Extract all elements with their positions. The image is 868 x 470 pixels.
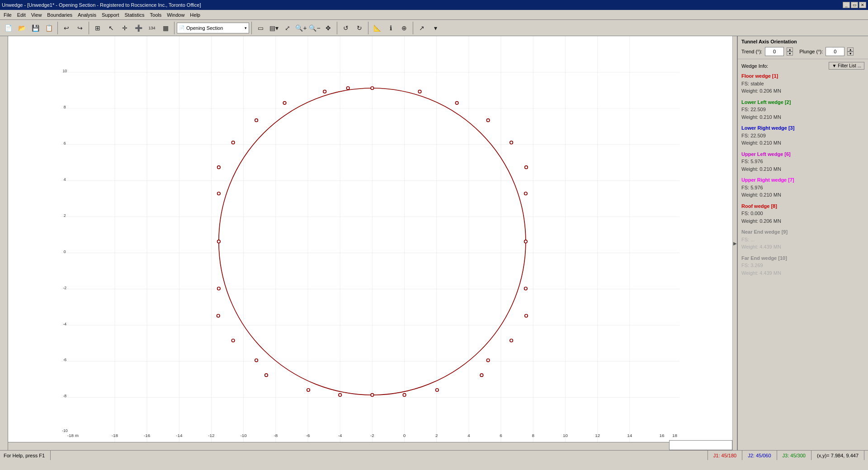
sep6 — [368, 22, 368, 34]
canvas-area[interactable]: -18 -16 -14 -12 -10 -8 -6 -4 -2 0 2 4 6 … — [0, 36, 732, 450]
plunge-input[interactable] — [826, 47, 844, 56]
plunge-down-btn[interactable]: ▼ — [847, 52, 854, 56]
menu-edit[interactable]: Edit — [14, 11, 28, 19]
j2-status: J2: 45/060 — [742, 451, 777, 460]
trend-input[interactable] — [765, 47, 784, 56]
export-btn[interactable]: ⊕ — [398, 22, 410, 34]
svg-point-57 — [283, 102, 286, 105]
view-type-btn[interactable]: ▭ — [254, 22, 267, 34]
title-bar-controls[interactable]: _ ▭ ✕ — [843, 2, 866, 8]
zoom-out-btn[interactable]: 🔍− — [308, 22, 321, 34]
j3-status: J3: 45/300 — [777, 451, 811, 460]
pan-btn[interactable]: ✥ — [322, 22, 335, 34]
plunge-up-btn[interactable]: ▲ — [847, 47, 854, 52]
wedge-entry-2[interactable]: Lower Right wedge [3] FS: 22.509 Weight:… — [741, 124, 864, 147]
svg-text:-18 m: -18 m — [67, 433, 79, 438]
wedge-fs-0: FS: stable — [741, 80, 864, 88]
svg-text:-2: -2 — [63, 286, 66, 290]
svg-point-55 — [231, 141, 235, 144]
svg-text:-2: -2 — [370, 433, 374, 438]
wedge-fs-6: FS: ... — [741, 236, 864, 244]
filter-list-btn[interactable]: ▼ Filter List ... — [829, 62, 864, 70]
svg-text:-4: -4 — [338, 433, 342, 438]
svg-point-40 — [486, 359, 490, 362]
menu-statistics[interactable]: Statistics — [122, 11, 147, 19]
wedge-entry-0[interactable]: Floor wedge [1] FS: stable Weight: 0.206… — [741, 72, 864, 95]
menu-file[interactable]: File — [1, 11, 14, 19]
svg-point-51 — [217, 287, 221, 290]
add-btn[interactable]: ➕ — [132, 22, 145, 34]
wedge-info-section: Wedge Info: ▼ Filter List ... Floor wedg… — [738, 59, 868, 450]
measure-btn[interactable]: 📐 — [371, 22, 383, 34]
rotate-left-btn[interactable]: ↺ — [340, 22, 352, 34]
menu-boundaries[interactable]: Boundaries — [44, 11, 75, 19]
rotate-right-btn[interactable]: ↻ — [353, 22, 366, 34]
menu-support[interactable]: Support — [99, 11, 122, 19]
trend-down-btn[interactable]: ▼ — [787, 52, 793, 56]
undo-btn[interactable]: ↩ — [60, 22, 73, 34]
collapse-handle[interactable]: ▶ — [732, 36, 737, 450]
wedge-entry-3[interactable]: Upper Left wedge [6] FS: 5.976 Weight: 0… — [741, 150, 864, 173]
open-btn[interactable]: 📂 — [15, 22, 28, 34]
ruler-left — [0, 36, 8, 450]
trend-spinners: ▲ ▼ — [787, 47, 793, 56]
wedge-fs-1: FS: 22.509 — [741, 106, 864, 113]
svg-point-31 — [455, 102, 458, 105]
count-btn[interactable]: 134 — [146, 22, 158, 34]
main-area: -18 -16 -14 -12 -10 -8 -6 -4 -2 0 2 4 6 … — [0, 36, 868, 450]
wedge-entry-7[interactable]: Far End wedge [10] FS: 3.269 Weight: 4.4… — [741, 254, 864, 277]
menu-view[interactable]: View — [28, 11, 45, 19]
grid-btn[interactable]: ⊞ — [91, 22, 104, 34]
svg-point-53 — [217, 192, 221, 195]
plunge-spinners: ▲ ▼ — [847, 47, 854, 56]
fit-btn[interactable]: ⤢ — [281, 22, 294, 34]
wedge-entry-4[interactable]: Upper Right wedge [7] FS: 5.976 Weight: … — [741, 176, 864, 199]
wedge-entry-1[interactable]: Lower Left wedge [2] FS: 22.509 Weight: … — [741, 99, 864, 121]
section-dropdown[interactable]: 📄 Opening Section ▾ — [177, 23, 249, 33]
dropdown-arrow-icon: ▾ — [245, 26, 247, 30]
arrow-more-btn[interactable]: ▾ — [429, 22, 442, 34]
table-btn[interactable]: ▦ — [159, 22, 172, 34]
svg-point-34 — [525, 166, 528, 169]
select-btn[interactable]: ↖ — [105, 22, 118, 34]
info-btn[interactable]: ℹ — [384, 22, 397, 34]
wedge-name-2: Lower Right wedge [3] — [741, 124, 864, 132]
trend-up-btn[interactable]: ▲ — [787, 47, 793, 52]
arrow-tool-btn[interactable]: ↗ — [415, 22, 428, 34]
menu-tools[interactable]: Tools — [147, 11, 165, 19]
wedge-entry-6[interactable]: Near End wedge [9] FS: ... Weight: 4.439… — [741, 228, 864, 251]
close-btn[interactable]: ✕ — [859, 2, 866, 8]
menu-window[interactable]: Window — [164, 11, 187, 19]
tunnel-axis-section: Tunnel Axis Orientation Trend (°): ▲ ▼ P… — [738, 36, 868, 59]
wedge-fs-5: FS: 0.000 — [741, 210, 864, 217]
zoom-in-btn[interactable]: 🔍+ — [295, 22, 307, 34]
save-btn[interactable]: 💾 — [29, 22, 42, 34]
plunge-label: Plunge (°): — [799, 49, 823, 54]
coord-input-area[interactable] — [669, 440, 732, 450]
svg-point-37 — [524, 287, 528, 290]
svg-point-29 — [371, 87, 374, 90]
coord-input[interactable] — [670, 441, 732, 450]
menu-help[interactable]: Help — [187, 11, 203, 19]
new-btn[interactable]: 📄 — [2, 22, 14, 34]
redo-btn[interactable]: ↪ — [74, 22, 86, 34]
svg-text:-4: -4 — [63, 322, 66, 326]
wedge-weight-7: Weight: 4.439 MN — [741, 269, 864, 277]
wedge-name-1: Lower Left wedge [2] — [741, 99, 864, 106]
wedge-name-6: Near End wedge [9] — [741, 228, 864, 236]
svg-text:-8: -8 — [274, 433, 278, 438]
restore-btn[interactable]: ▭ — [851, 2, 858, 8]
svg-point-49 — [231, 339, 235, 342]
minimize-btn[interactable]: _ — [843, 2, 850, 8]
view-opts-btn[interactable]: ▤▾ — [268, 22, 280, 34]
wedge-entry-5[interactable]: Roof wedge [8] FS: 0.000 Weight: 0.206 M… — [741, 202, 864, 225]
node-btn[interactable]: ✛ — [118, 22, 131, 34]
toolbar: 📄 📂 💾 📋 ↩ ↪ ⊞ ↖ ✛ ➕ 134 ▦ 📄 Opening Sect… — [0, 20, 868, 36]
sep1 — [57, 22, 58, 34]
svg-point-59 — [346, 87, 349, 90]
sep3 — [174, 22, 175, 34]
saveas-btn[interactable]: 📋 — [42, 22, 55, 34]
j2-text: J2: 45/060 — [748, 453, 771, 458]
filter-label: Filter List ... — [838, 63, 861, 68]
menu-analysis[interactable]: Analysis — [75, 11, 99, 19]
